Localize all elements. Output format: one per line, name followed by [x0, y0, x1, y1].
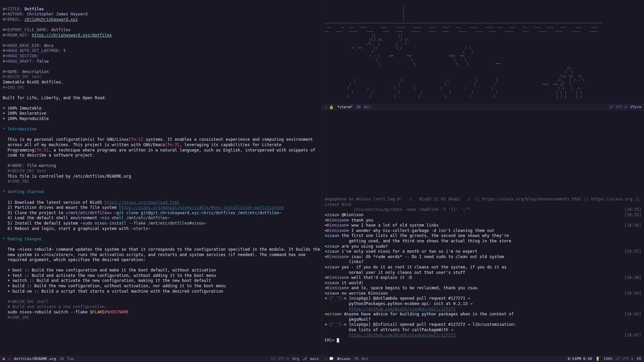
irc-message: <Kinnison> I wonder why nix-collect-garb…: [325, 228, 641, 234]
gs-l6cmd: ~startx~: [131, 226, 151, 231]
irc-text: i've only used nixos for a month or two …: [342, 249, 478, 254]
irc-modeline: ○ 💬 #nixos 79 Bot 6:53PM 0.50 🔋 100% LF …: [322, 356, 644, 362]
mc-item-4: + build-vm :: Build a script that starts…: [3, 289, 223, 294]
irc-nick[interactable]: orion: [327, 312, 339, 316]
irc-link[interactable]: https://github.com/NixOS/nixpkgs/pull/12…: [349, 333, 455, 338]
battery-icon: 🔋: [595, 357, 600, 361]
buffer-name[interactable]: dotfiles/README.org: [14, 357, 56, 361]
irc-position: Bot: [362, 357, 368, 361]
footnote-3[interactable]: [fn:3]: [34, 148, 49, 153]
gs-l3cmd: ~git clone git@git.chrishayward.xyz:chri…: [112, 210, 281, 215]
clock: 6:53PM 0.50: [568, 357, 592, 361]
vterm-line: 29: [356, 105, 361, 110]
irc-text: zsau: Oh *rude words* -- Do I need sudo …: [351, 254, 504, 259]
irc-nick[interactable]: Kinnison: [327, 254, 346, 259]
org-roam-val[interactable]: https://chrishayward.xyz/dotfiles: [32, 33, 112, 38]
gs-l2a: 2) Partition drives and mount the file s…: [3, 205, 119, 210]
irc-buffer-name[interactable]: #nixos: [337, 357, 351, 361]
irc-message: getting used, and the third one shows th…: [325, 239, 641, 244]
irc-message: [18:42]<orion> Anyone have advice for bu…: [325, 312, 641, 317]
irc-message: https://github.com/NixOS/nixpkgs/pull/12…: [325, 307, 641, 312]
irc-message: python3Packages.python-ecobee-api: init …: [325, 301, 641, 307]
irc-nick[interactable]: Kinnison: [327, 223, 346, 228]
gs-l5a: 5) Install the default system: [3, 221, 80, 226]
hugo-base-kw: #+HUGO_BASE_DIR:: [3, 43, 42, 48]
irc-nick[interactable]: zsau: [327, 265, 337, 269]
irc-text: wow I have a lot of old system links: [351, 223, 438, 228]
heading-intro[interactable]: * Introduction: [3, 127, 37, 131]
org-email-kw: #+EMAIL:: [3, 17, 22, 22]
mc-item-2: + switch :: Build and activate the new c…: [3, 278, 211, 283]
status-icons: ○ 🔒: [325, 105, 334, 110]
irc-nick[interactable]: zsau: [327, 233, 337, 238]
irc-text: Anyone have advice for building python p…: [344, 312, 514, 316]
org-author-kw: #+AUTHOR:: [3, 12, 24, 16]
irc-timestamp: [18:36]: [624, 223, 641, 228]
gs-l2b-link[interactable]: https://nixos.org/manual/nixos/stable/#s…: [119, 205, 284, 210]
irc-nick[interactable]: -{^_^}-: [327, 322, 344, 327]
vterm-modeline: ○ 🔒 *vterm* 29 All LF UTF-8 VTerm: [322, 104, 644, 110]
gs-l3path: =/mnt/etc/dotfiles=: [66, 210, 112, 215]
irc-timestamp: [18:39]: [624, 291, 641, 296]
irc-message: [18:37]<zsau> i've only used nixos for a…: [325, 249, 641, 254]
cursor-icon[interactable]: [337, 338, 339, 343]
irc-timestamp: [18:37]: [624, 249, 641, 254]
battery-percent: 100%: [603, 357, 612, 361]
irc-text: @Kinnison: [342, 213, 364, 217]
irc-buffer[interactable]: megaphone on #nixos (+nrt,lag:0) ○ NixOS…: [322, 195, 644, 356]
irc-text: [nixpkgs] @dotlambda opened pull request…: [349, 296, 470, 301]
warn-name-val: file-warning: [27, 163, 56, 168]
org-email-val[interactable]: chris@chrishayward.xyz: [24, 17, 78, 22]
irc-nick[interactable]: Kinnison: [327, 286, 346, 290]
footnote-2[interactable]: [fn:2]: [165, 142, 179, 147]
heading-getting-started[interactable]: * Getting Started: [3, 189, 44, 194]
irc-message: <Kinnison> zsau: Oh *rude words* -- Do I…: [325, 254, 641, 260]
mc-p1: The ~nixos-rebuild~ command updates the …: [3, 247, 320, 252]
vterm-buffer-name[interactable]: *vterm*: [337, 105, 353, 110]
modified-indicator-icon: ●: [3, 357, 5, 361]
irc-text: well that'd explain it :D: [351, 275, 412, 280]
mc-src-hash: #: [104, 310, 107, 314]
irc-link[interactable]: https://github.com/NixOS/nixpkgs/pull/12…: [349, 307, 455, 311]
irc-message: [18:35]<zsau> @Kinnison: [325, 213, 641, 218]
org-title-val: Dotfiles: [24, 7, 44, 11]
irc-nick[interactable]: zsau: [327, 244, 337, 249]
irc-message: Use lists of attrsets for callPackageWit…: [325, 327, 641, 333]
irc-pane: megaphone on #nixos (+nrt,lag:0) ○ NixOS…: [322, 195, 644, 362]
intro-p2a: across all of my machines. This project …: [3, 142, 165, 147]
vterm-buffer[interactable]: | | | | ~~~~~~~~~~~~~~~~~~~~~~~~~~~~~~~~…: [322, 0, 644, 104]
heading-making-changes[interactable]: * Making Changes: [3, 237, 42, 241]
footnote-1[interactable]: [fn:1]: [129, 137, 143, 142]
hugo-lastmod-kw: #+HUGO_AUTO_SET_LASTMOD:: [3, 48, 61, 53]
org-buffer[interactable]: #+TITLE: Dotfiles #+AUTHOR: Christopher …: [0, 0, 322, 356]
back-icon[interactable]: ❮: [8, 357, 11, 361]
irc-text: normal user it only cleans out that user…: [325, 270, 465, 275]
irc-nick[interactable]: Kinnison: [327, 218, 346, 223]
irc-message: [18:47] https://github.com/NixOS/nixpkgs…: [325, 333, 641, 338]
vc-branch[interactable]: main: [310, 357, 319, 361]
irc-status-icons: ○ 💬: [325, 357, 334, 361]
warn-begin: #+BEGIN_SRC text: [3, 169, 46, 173]
irc-line: 79: [354, 357, 358, 361]
org-export-val: dotfiles: [51, 27, 71, 32]
vterm-position: All: [364, 105, 371, 110]
irc-nick[interactable]: -{^_^}-: [327, 296, 344, 301]
mc-item-0: + boot :: Build the new configuration an…: [3, 268, 216, 273]
irc-nick[interactable]: zsau: [327, 213, 337, 217]
desc-name-kw: #+NAME:: [3, 69, 20, 74]
irc-text: and lo, space begins to be reclaimed, th…: [351, 286, 477, 290]
irc-nick[interactable]: Kinnison: [327, 228, 346, 233]
irc-text: are you using sudo?: [342, 244, 388, 249]
irc-nick[interactable]: Kinnison: [327, 275, 346, 280]
irc-nick[interactable]: zsau: [327, 249, 337, 254]
org-title-kw: #+TITLE:: [3, 7, 22, 11]
irc-text: I wonder why nix-collect-garbage -d isn'…: [351, 228, 494, 233]
intro-p1a: This is my personal configuration(s) for…: [3, 137, 129, 142]
gs-l1b-link[interactable]: https://nixos.org/download.html: [104, 200, 179, 205]
mc-p3: required argument, which specifies the d…: [3, 257, 146, 262]
irc-text: the first one lists all the gcroots, the…: [342, 233, 509, 238]
irc-nick[interactable]: zsau: [327, 291, 337, 296]
hugo-base-val: docs: [44, 43, 54, 48]
warn-end: #+END_SRC: [3, 179, 29, 184]
irc-nick[interactable]: zsau: [327, 281, 337, 285]
